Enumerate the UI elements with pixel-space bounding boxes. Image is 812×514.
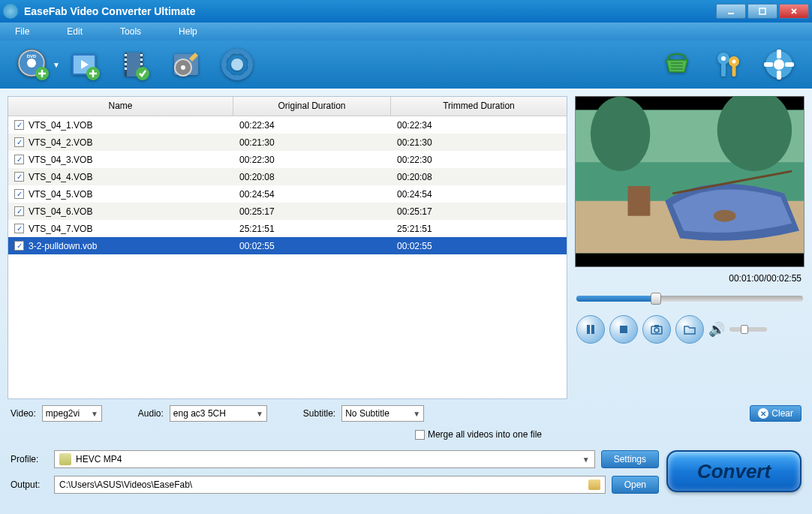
row-checkbox[interactable]: ✓ <box>14 155 24 164</box>
profile-label: Profile: <box>11 454 48 464</box>
svg-point-63 <box>654 328 659 332</box>
file-list[interactable]: ✓VTS_04_1.VOB00:22:3400:22:34✓VTS_04_2.V… <box>8 116 567 398</box>
table-row[interactable]: ✓VTS_04_2.VOB00:21:3000:21:30 <box>8 134 567 151</box>
svg-text:DVD: DVD <box>27 54 37 59</box>
burn-disc-button[interactable] <box>168 47 204 83</box>
table-row[interactable]: ✓VTS_04_3.VOB00:22:3000:22:30 <box>8 151 567 168</box>
row-checkbox[interactable]: ✓ <box>14 224 24 233</box>
table-row[interactable]: ✓VTS_04_1.VOB00:22:3400:22:34 <box>8 116 567 134</box>
subtitle-track-select[interactable]: No Subtitle▼ <box>341 405 424 422</box>
open-output-button[interactable]: Open <box>612 476 659 494</box>
orig-duration: 00:24:54 <box>233 187 391 202</box>
row-checkbox[interactable]: ✓ <box>14 120 24 130</box>
chevron-down-icon: ▼ <box>256 410 263 418</box>
settings-profile-button[interactable]: Settings <box>601 450 659 468</box>
audio-track-select[interactable]: eng ac3 5CH▼ <box>170 405 267 422</box>
trim-duration: 00:24:54 <box>391 187 567 202</box>
seek-slider[interactable] <box>576 296 803 302</box>
orig-duration: 00:25:17 <box>233 204 391 219</box>
menu-tools[interactable]: Tools <box>120 26 141 37</box>
svg-rect-17 <box>140 59 143 61</box>
file-name: VTS_04_6.VOB <box>29 206 92 217</box>
clear-button[interactable]: ✕Clear <box>750 405 801 422</box>
row-checkbox[interactable]: ✓ <box>14 137 24 147</box>
close-button[interactable] <box>779 4 809 19</box>
volume-slider[interactable] <box>729 327 767 332</box>
stop-button[interactable] <box>609 315 638 344</box>
svg-rect-40 <box>721 63 726 77</box>
row-checkbox[interactable]: ✓ <box>14 189 24 199</box>
add-video-button[interactable] <box>66 47 102 83</box>
open-folder-button[interactable] <box>675 315 704 344</box>
register-button[interactable] <box>710 47 746 83</box>
output-path-input[interactable]: C:\Users\ASUS\Videos\EaseFab\ <box>54 476 606 494</box>
file-name: VTS_04_5.VOB <box>29 189 92 200</box>
profile-icon <box>59 453 71 465</box>
column-header-trim-duration[interactable]: Trimmed Duration <box>391 97 567 116</box>
trim-duration: 00:20:08 <box>391 170 567 185</box>
row-checkbox[interactable]: ✓ <box>14 206 24 216</box>
row-checkbox[interactable]: ✓ <box>14 241 24 251</box>
titlebar: EaseFab Video Converter Ultimate <box>0 0 812 23</box>
menu-edit[interactable]: Edit <box>67 26 83 37</box>
snapshot-button[interactable] <box>642 315 671 344</box>
seek-thumb[interactable] <box>651 293 661 305</box>
folder-icon[interactable] <box>588 479 600 490</box>
video-track-select[interactable]: mpeg2vi▼ <box>42 405 102 422</box>
orig-duration: 00:02:55 <box>233 239 391 254</box>
column-header-orig-duration[interactable]: Original Duration <box>233 97 391 116</box>
svg-line-33 <box>245 54 248 57</box>
file-name: VTS_04_1.VOB <box>29 120 92 131</box>
row-checkbox[interactable]: ✓ <box>14 172 24 182</box>
purchase-button[interactable] <box>659 47 695 83</box>
chevron-down-icon: ▼ <box>91 410 98 418</box>
trim-duration: 00:22:34 <box>391 118 567 133</box>
toolbar: DVD ▼ <box>0 41 812 89</box>
svg-rect-18 <box>140 63 143 65</box>
svg-rect-49 <box>785 62 794 67</box>
table-row[interactable]: ✓VTS_04_7.VOB25:21:5125:21:51 <box>8 220 567 237</box>
svg-rect-64 <box>654 325 659 327</box>
chevron-down-icon: ▼ <box>413 410 420 418</box>
svg-line-34 <box>227 72 230 75</box>
output-label: Output: <box>11 479 48 490</box>
table-row[interactable]: ✓VTS_04_6.VOB00:25:1700:25:17 <box>8 203 567 220</box>
svg-point-45 <box>774 59 784 70</box>
minimize-button[interactable] <box>716 4 746 19</box>
menu-file[interactable]: File <box>15 26 29 37</box>
app-icon <box>3 4 18 19</box>
file-name: VTS_04_2.VOB <box>29 137 92 148</box>
profile-select[interactable]: HEVC MP4 ▼ <box>54 450 595 468</box>
help-button[interactable] <box>761 47 797 83</box>
orig-duration: 00:22:30 <box>233 152 391 167</box>
load-disc-button[interactable]: DVD ▼ <box>15 47 51 83</box>
preview-time: 00:01:00/00:02:55 <box>575 272 804 285</box>
table-row[interactable]: ✓VTS_04_4.VOB00:20:0800:20:08 <box>8 168 567 185</box>
file-name: VTS_04_4.VOB <box>29 172 92 182</box>
pause-button[interactable] <box>576 315 605 344</box>
svg-rect-15 <box>125 68 127 70</box>
volume-icon[interactable]: 🔊 <box>708 321 725 338</box>
menu-help[interactable]: Help <box>179 26 197 37</box>
chevron-down-icon: ▼ <box>582 455 590 464</box>
table-row[interactable]: ✓3-2-pulldown.vob00:02:5500:02:55 <box>8 237 567 254</box>
orig-duration: 00:22:34 <box>233 118 391 133</box>
svg-point-4 <box>27 59 36 68</box>
merge-label: Merge all videos into one file <box>428 429 542 440</box>
maximize-button[interactable] <box>747 4 777 19</box>
convert-button[interactable]: Convert <box>666 450 801 492</box>
edit-video-button[interactable] <box>117 47 153 83</box>
clear-x-icon: ✕ <box>758 408 768 419</box>
trim-duration: 00:02:55 <box>391 239 567 254</box>
svg-rect-13 <box>125 59 127 61</box>
orig-duration: 00:21:30 <box>233 135 391 150</box>
file-name: VTS_04_3.VOB <box>29 155 92 165</box>
merge-checkbox[interactable] <box>415 430 425 440</box>
column-header-name[interactable]: Name <box>8 97 233 116</box>
trim-duration: 25:21:51 <box>391 221 567 236</box>
settings-button[interactable] <box>219 47 255 83</box>
svg-point-26 <box>231 59 243 71</box>
preview-video[interactable] <box>575 96 804 267</box>
svg-point-39 <box>721 56 726 61</box>
table-row[interactable]: ✓VTS_04_5.VOB00:24:5400:24:54 <box>8 185 567 203</box>
